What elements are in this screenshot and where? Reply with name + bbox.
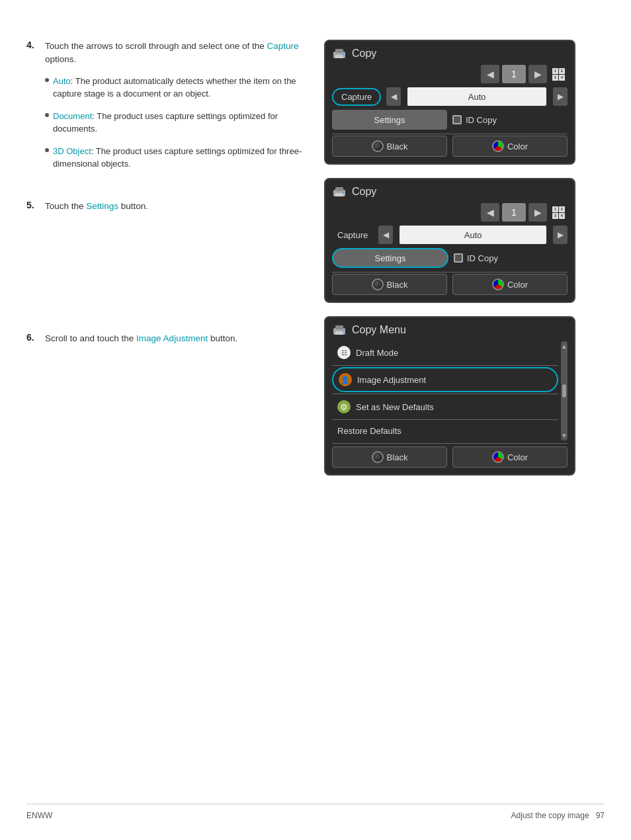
screen2-color-label: Color bbox=[507, 280, 528, 290]
menu-item-image-adjustment[interactable]: 👤 Image Adjustment bbox=[332, 367, 558, 392]
capture-link[interactable]: Capture bbox=[267, 41, 298, 51]
printer-icon-3 bbox=[332, 324, 347, 336]
screen2-title: Copy bbox=[352, 186, 376, 198]
svg-point-3 bbox=[343, 54, 345, 56]
screen3-scroll-container: ☷ Draft Mode 👤 Image Adjustment ⚙ Set as… bbox=[332, 341, 568, 441]
screen2-color-btn[interactable]: Color bbox=[452, 274, 568, 295]
page-footer: ENWW Adjust the copy image 97 bbox=[26, 804, 605, 820]
screen3-color-btn[interactable]: Color bbox=[452, 446, 568, 468]
footer-right: Adjust the copy image 97 bbox=[511, 811, 605, 820]
svg-point-11 bbox=[343, 330, 345, 332]
screen1-settings-row: Settings ID Copy bbox=[332, 110, 568, 130]
step-5-text: Touch the Settings button. bbox=[45, 200, 304, 213]
screen2-decrement-btn[interactable]: ◀ bbox=[481, 203, 499, 222]
3dobject-link[interactable]: 3D Object bbox=[53, 146, 91, 156]
bullet-3dobject: 3D Object: The product uses capture sett… bbox=[45, 145, 304, 171]
menu-item-image-adjustment-label: Image Adjustment bbox=[357, 375, 426, 385]
screen1-black-label: Black bbox=[387, 142, 408, 151]
draft-icon: ☷ bbox=[337, 346, 351, 359]
svg-rect-1 bbox=[335, 49, 343, 53]
menu-item-draft[interactable]: ☷ Draft Mode bbox=[332, 341, 558, 364]
screen1-settings-btn[interactable]: Settings bbox=[332, 110, 447, 130]
screen1-counter-row: ◀ 1 ▶ 1 2 3 4 bbox=[332, 65, 568, 83]
screen2-id-copy-label: ID Copy bbox=[467, 253, 498, 263]
step-4: 4. Touch the arrows to scroll through an… bbox=[26, 40, 304, 180]
screen1-color-row: Black Color bbox=[332, 136, 568, 157]
screen2-counter-value: 1 bbox=[502, 203, 526, 222]
screen1-decrement-btn[interactable]: ◀ bbox=[481, 65, 499, 83]
document-link[interactable]: Document bbox=[53, 111, 92, 121]
screen1-capture-label[interactable]: Capture bbox=[332, 88, 381, 106]
screen2-black-btn[interactable]: Black bbox=[332, 274, 447, 295]
screen3-black-label: Black bbox=[387, 452, 408, 462]
bullet-document-text: Document: The product uses capture setti… bbox=[53, 110, 304, 136]
step-4-content: Touch the arrows to scroll through and s… bbox=[45, 40, 304, 180]
auto-link[interactable]: Auto bbox=[53, 76, 71, 86]
screen2-id-copy-btn[interactable]: ID Copy bbox=[454, 248, 568, 268]
menu-item-set-defaults[interactable]: ⚙ Set as New Defaults bbox=[332, 396, 558, 418]
scroll-up-arrow[interactable]: ▲ bbox=[561, 343, 568, 350]
step-6-content: Scroll to and touch the Image Adjustment… bbox=[45, 332, 304, 345]
screen1-id-copy-checkbox bbox=[452, 115, 462, 124]
screen2-capture-right-btn[interactable]: ▶ bbox=[553, 226, 568, 244]
svg-rect-2 bbox=[335, 55, 343, 58]
screen2-black-icon bbox=[372, 278, 384, 290]
bullet-dot-auto bbox=[45, 78, 49, 82]
image-adj-icon: 👤 bbox=[339, 373, 352, 386]
screen1-capture-left-btn[interactable]: ◀ bbox=[386, 87, 401, 106]
footer-enww: ENWW bbox=[26, 811, 52, 820]
step-6: 6. Scroll to and touch the Image Adjustm… bbox=[26, 332, 304, 345]
menu-item-restore-defaults[interactable]: Restore Defaults bbox=[332, 421, 558, 441]
footer-page-number: 97 bbox=[596, 811, 605, 820]
screen1-capture-row: Capture ◀ Auto ▶ bbox=[332, 87, 568, 106]
screen3-menu-list: ☷ Draft Mode 👤 Image Adjustment ⚙ Set as… bbox=[332, 341, 558, 441]
screen2-capture-value: Auto bbox=[400, 226, 546, 244]
screen2-counter-row: ◀ 1 ▶ 1 2 3 4 bbox=[332, 203, 568, 222]
screen1-black-btn[interactable]: Black bbox=[332, 136, 447, 157]
screen3-black-btn[interactable]: Black bbox=[332, 446, 447, 468]
screen2-black-label: Black bbox=[387, 280, 408, 290]
bullet-auto-text: Auto: The product automatically detects … bbox=[53, 75, 304, 101]
printer-icon-1 bbox=[332, 48, 347, 60]
image-adjustment-link[interactable]: Image Adjustment bbox=[136, 333, 208, 343]
screen2-settings-row: Settings ID Copy bbox=[332, 248, 568, 268]
screen1-color-btn[interactable]: Color bbox=[452, 136, 568, 157]
screen2-color-row: Black Color bbox=[332, 274, 568, 295]
screen3-color-label: Color bbox=[507, 452, 528, 462]
screen1-id-copy-btn[interactable]: ID Copy bbox=[452, 110, 568, 130]
screen3-black-icon bbox=[372, 451, 384, 463]
screen2-increment-btn[interactable]: ▶ bbox=[528, 203, 547, 222]
screen2-color-icon bbox=[492, 278, 504, 290]
bullet-3dobject-text: 3D Object: The product uses capture sett… bbox=[53, 145, 304, 171]
screen3-scrollbar: ▲ ▼ bbox=[561, 341, 568, 441]
screen2-id-copy-checkbox bbox=[454, 253, 463, 263]
screen2-settings-btn[interactable]: Settings bbox=[332, 248, 448, 268]
screen1-counter-value: 1 bbox=[502, 65, 526, 83]
step-5-number: 5. bbox=[26, 200, 40, 213]
scroll-down-arrow[interactable]: ▼ bbox=[561, 432, 568, 439]
printer-icon-2 bbox=[332, 186, 347, 198]
screen1-title-bar: Copy bbox=[332, 48, 568, 60]
screen1-black-icon bbox=[372, 140, 384, 152]
menu-item-set-defaults-label: Set as New Defaults bbox=[356, 402, 434, 412]
screen2-divider bbox=[332, 272, 568, 273]
screen3-title: Copy Menu bbox=[352, 324, 406, 336]
screen2-capture-row: Capture ◀ Auto ▶ bbox=[332, 226, 568, 244]
screen2-title-bar: Copy bbox=[332, 186, 568, 198]
menu-divider-3 bbox=[332, 419, 558, 420]
device-screen-2: Copy ◀ 1 ▶ 1 2 3 4 bbox=[324, 178, 575, 303]
screen1-color-label: Color bbox=[507, 142, 528, 151]
screen3-divider bbox=[332, 443, 568, 444]
svg-point-7 bbox=[343, 192, 345, 194]
screen1-title: Copy bbox=[352, 48, 376, 60]
svg-rect-6 bbox=[335, 193, 343, 196]
screen1-id-copy-label: ID Copy bbox=[466, 115, 497, 125]
defaults-icon: ⚙ bbox=[337, 400, 351, 413]
svg-rect-5 bbox=[335, 187, 343, 191]
screen1-capture-right-btn[interactable]: ▶ bbox=[553, 87, 568, 106]
step-4-text: Touch the arrows to scroll through and s… bbox=[45, 40, 304, 67]
screen1-increment-btn[interactable]: ▶ bbox=[528, 65, 547, 83]
step-5-content: Touch the Settings button. bbox=[45, 200, 304, 213]
settings-link[interactable]: Settings bbox=[86, 201, 118, 211]
screen2-capture-left-btn[interactable]: ◀ bbox=[378, 226, 393, 244]
